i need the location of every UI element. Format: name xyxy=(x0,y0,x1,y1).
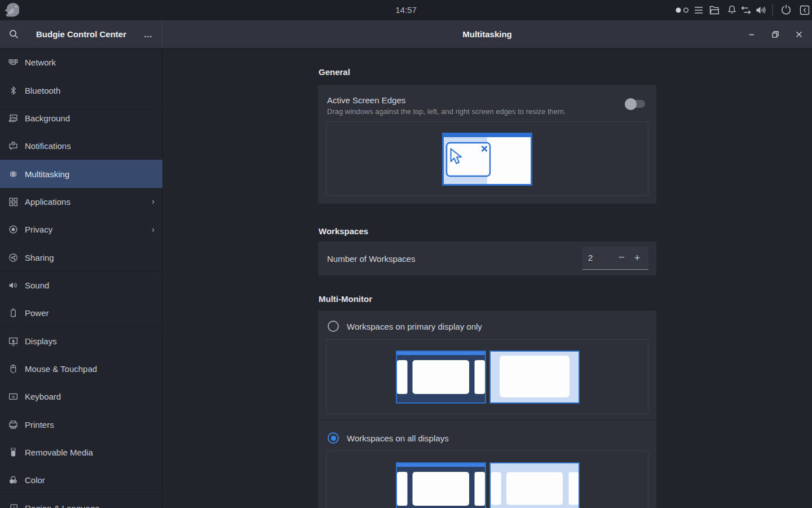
svg-text:A: A xyxy=(12,505,16,508)
svg-text:a: a xyxy=(12,395,15,400)
